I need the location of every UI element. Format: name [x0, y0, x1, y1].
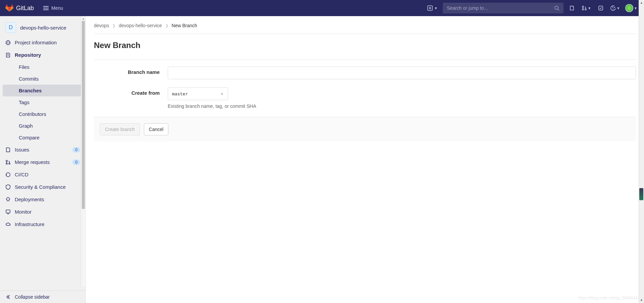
sidebar-subitem-label: Branches	[19, 88, 42, 93]
sidebar-subitem-commits[interactable]: Commits	[3, 73, 83, 85]
scroll-up-icon[interactable]: ▲	[639, 0, 644, 5]
svg-point-7	[6, 160, 7, 162]
svg-point-1	[555, 6, 558, 9]
chevron-down-icon: ▼	[634, 6, 637, 10]
merge-requests-shortcut[interactable]: ▼	[580, 5, 592, 11]
create-from-dropdown[interactable]: master ▼	[168, 87, 228, 100]
help-dropdown[interactable]: ▼	[609, 5, 621, 11]
cicd-icon	[5, 172, 11, 177]
sidebar-subitem-label: Contributors	[19, 111, 46, 117]
page-scrollbar[interactable]: ▲ ▼	[639, 0, 644, 303]
sidebar-item-security[interactable]: Security & Compliance	[0, 181, 86, 193]
sidebar-subitem-files[interactable]: Files	[3, 61, 83, 73]
svg-point-3	[582, 9, 584, 10]
sidebar-item-issues[interactable]: Issues 0	[0, 143, 86, 156]
scrollbar-thumb[interactable]	[82, 21, 85, 209]
search-input[interactable]	[447, 5, 554, 11]
sidebar-subitem-compare[interactable]: Compare	[3, 132, 83, 143]
brand-text: GitLab	[16, 5, 34, 12]
project-info-icon	[5, 40, 11, 45]
sidebar-item-label: CI/CD	[15, 172, 80, 177]
chevron-down-icon: ▼	[616, 6, 620, 10]
issues-icon	[5, 147, 11, 153]
cloud-icon	[5, 222, 11, 227]
button-label: Create branch	[105, 127, 135, 132]
mr-count-badge: 0	[72, 160, 80, 165]
sidebar-subitem-label: Files	[19, 64, 30, 70]
sidebar-item-monitor[interactable]: Monitor	[0, 206, 86, 218]
create-new-dropdown[interactable]: ▼	[425, 3, 440, 13]
form-actions: Create branch Cancel	[94, 117, 636, 141]
search-box[interactable]	[443, 3, 564, 13]
svg-point-2	[582, 6, 584, 7]
todos-shortcut[interactable]	[595, 2, 606, 14]
project-avatar: D	[5, 22, 16, 33]
page-title: New Branch	[94, 41, 636, 50]
sidebar-item-label: Project information	[15, 40, 80, 45]
branch-name-input[interactable]	[168, 67, 636, 79]
merge-request-icon	[582, 5, 587, 11]
monitor-icon	[5, 209, 11, 215]
sidebar-subitem-tags[interactable]: Tags	[3, 96, 83, 108]
merge-request-icon	[5, 160, 11, 165]
scroll-down-icon[interactable]: ▼	[639, 298, 644, 303]
breadcrumb-project[interactable]: devops-hello-service	[119, 23, 162, 28]
breadcrumb-current: New Branch	[172, 23, 197, 28]
cancel-button[interactable]: Cancel	[144, 123, 169, 135]
button-label: Cancel	[149, 127, 164, 132]
issues-shortcut[interactable]	[566, 2, 578, 14]
project-name: devops-hello-service	[20, 25, 66, 31]
sidebar-item-cicd[interactable]: CI/CD	[0, 168, 86, 181]
sidebar-subitem-contributors[interactable]: Contributors	[3, 108, 83, 120]
svg-point-8	[6, 163, 7, 164]
sidebar-item-infrastructure[interactable]: Infrastructure	[0, 218, 86, 230]
sidebar-subitem-label: Tags	[19, 99, 30, 105]
sidebar-scrollbar[interactable]: ▲	[81, 16, 86, 287]
menu-button[interactable]: Menu	[43, 5, 63, 11]
sidebar-item-label: Monitor	[15, 209, 80, 215]
watermark: https://blog.csdn.net/qq_34556414	[578, 296, 640, 300]
create-from-label: Create from	[94, 87, 168, 96]
rocket-icon	[5, 197, 11, 202]
page-indicator	[639, 188, 643, 200]
create-branch-button[interactable]: Create branch	[100, 123, 140, 135]
chevron-right-icon: ❯	[112, 24, 115, 28]
divider	[94, 59, 636, 60]
search-icon	[554, 5, 559, 11]
svg-rect-10	[6, 210, 10, 213]
sidebar-subitem-graph[interactable]: Graph	[3, 120, 83, 132]
gitlab-logo-icon	[5, 4, 13, 12]
topbar: GitLab Menu ▼ ▼ ▼	[0, 0, 644, 16]
sidebar-item-deployments[interactable]: Deployments	[0, 193, 86, 206]
chevron-down-icon: ▼	[220, 92, 224, 96]
chevron-right-icon: ❯	[165, 24, 168, 28]
sidebar-subitem-label: Commits	[19, 76, 39, 82]
create-from-value: master	[172, 91, 188, 96]
scroll-up-icon[interactable]: ▲	[81, 16, 86, 21]
sidebar-item-repository[interactable]: Repository	[0, 49, 86, 61]
gitlab-logo[interactable]: GitLab	[5, 4, 34, 12]
shield-icon	[5, 184, 11, 190]
collapse-label: Collapse sidebar	[15, 294, 50, 300]
sidebar-subitem-label: Compare	[19, 135, 40, 140]
svg-point-4	[585, 9, 586, 10]
avatar	[625, 4, 633, 12]
collapse-sidebar-button[interactable]: Collapse sidebar	[0, 291, 86, 303]
sidebar-item-label: Deployments	[15, 197, 80, 202]
sidebar-item-label: Issues	[15, 147, 68, 153]
project-header[interactable]: D devops-hello-service	[0, 19, 86, 36]
create-from-row: Create from master ▼ Existing branch nam…	[94, 87, 636, 109]
sidebar-item-label: Merge requests	[15, 159, 68, 165]
sidebar: D devops-hello-service Project informati…	[0, 16, 86, 303]
issues-icon	[569, 5, 575, 11]
user-menu[interactable]: ▼	[624, 4, 639, 12]
create-from-help: Existing branch name, tag, or commit SHA	[168, 103, 636, 109]
sidebar-item-merge-requests[interactable]: Merge requests 0	[0, 156, 86, 168]
main-content: devops ❯ devops-hello-service ❯ New Bran…	[86, 16, 644, 303]
sidebar-subitem-branches[interactable]: Branches	[3, 85, 83, 96]
hamburger-icon	[43, 6, 49, 10]
breadcrumb-group[interactable]: devops	[94, 23, 109, 28]
sidebar-item-project-information[interactable]: Project information	[0, 36, 86, 49]
repository-icon	[5, 52, 11, 58]
todo-icon	[598, 5, 603, 11]
